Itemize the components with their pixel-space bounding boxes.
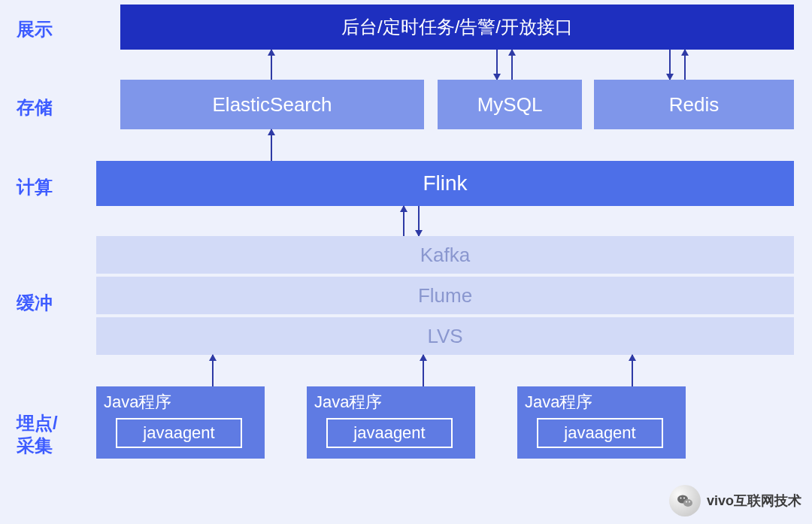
box-display-tier: 后台/定时任务/告警/开放接口 — [120, 5, 794, 50]
box-java-program-1: Java程序 javaagent — [96, 386, 265, 459]
java-title-3: Java程序 — [525, 391, 592, 413]
label-collect: 埋点/ 采集 — [17, 412, 84, 457]
box-flume: Flume — [96, 277, 794, 314]
arrow-flink-to-storage — [271, 129, 272, 161]
svg-point-2 — [680, 498, 681, 499]
box-javaagent-3: javaagent — [537, 418, 663, 448]
wechat-icon — [669, 485, 701, 516]
arrow-redis-to-display — [684, 50, 686, 80]
arrow-kafka-to-flink — [403, 206, 404, 236]
box-redis: Redis — [594, 80, 794, 129]
box-javaagent-2: javaagent — [326, 418, 453, 448]
box-javaagent-1: javaagent — [116, 418, 242, 448]
box-lvs: LVS — [96, 317, 794, 355]
arrow-java3-to-lvs — [632, 355, 633, 386]
svg-point-1 — [683, 499, 692, 507]
label-compute: 计算 — [17, 176, 84, 198]
box-java-program-2: Java程序 javaagent — [307, 386, 475, 459]
box-flink: Flink — [96, 161, 794, 206]
label-display: 展示 — [17, 18, 84, 41]
box-java-program-3: Java程序 javaagent — [517, 386, 686, 459]
svg-point-5 — [689, 501, 690, 503]
arrow-display-to-mysql — [496, 50, 498, 80]
watermark-text: vivo互联网技术 — [707, 492, 801, 510]
svg-point-4 — [686, 501, 687, 503]
arrow-java2-to-lvs — [423, 355, 424, 386]
arrow-flink-to-kafka — [418, 206, 420, 236]
box-elasticsearch: ElasticSearch — [120, 80, 424, 129]
architecture-diagram: 展示 存储 计算 缓冲 埋点/ 采集 后台/定时任务/告警/开放接口 Elast… — [0, 0, 812, 524]
box-mysql: MySQL — [438, 80, 582, 129]
watermark: vivo互联网技术 — [669, 485, 801, 516]
box-kafka: Kafka — [96, 236, 794, 274]
arrow-mysql-to-display — [511, 50, 513, 80]
label-buffer: 缓冲 — [17, 292, 84, 314]
svg-point-3 — [683, 498, 685, 499]
java-title-1: Java程序 — [104, 391, 171, 413]
label-storage: 存储 — [17, 96, 84, 119]
arrow-java1-to-lvs — [212, 355, 214, 386]
arrow-display-to-redis — [669, 50, 671, 80]
java-title-2: Java程序 — [314, 391, 382, 413]
arrow-es-to-display — [271, 50, 272, 80]
